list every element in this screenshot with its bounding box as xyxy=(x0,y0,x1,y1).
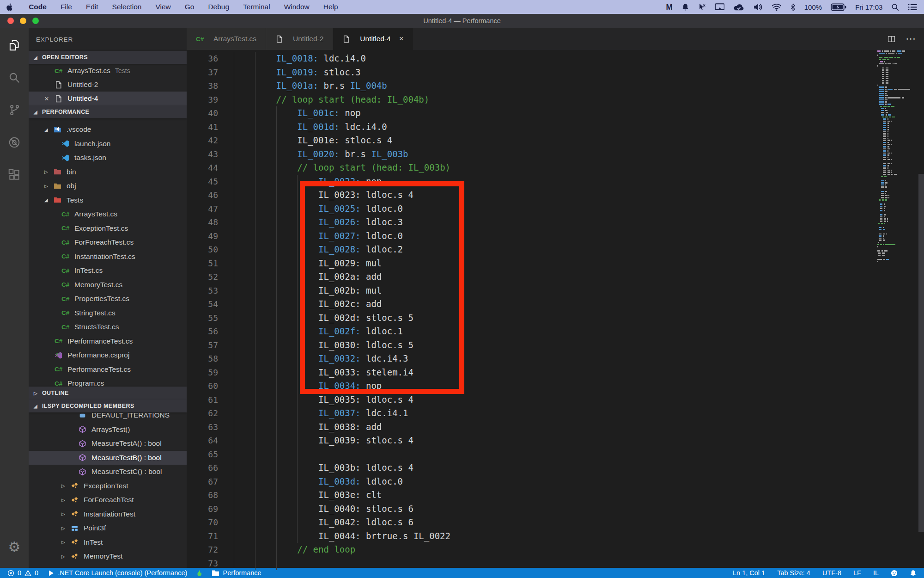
code-line-62[interactable]: 62IL_0037: ldc.i4.1 xyxy=(187,406,876,420)
problems-indicator[interactable]: 0 0 xyxy=(7,569,38,577)
tree-item-exceptiontest[interactable]: ▷ExceptionTest xyxy=(29,479,187,493)
tree-item-measuretestb-bool[interactable]: MeasureTestB() : bool xyxy=(29,451,187,465)
code-line-40[interactable]: 40IL_001c: nop xyxy=(187,106,876,120)
tab-arraystest-cs[interactable]: C#ArraysTest.cs xyxy=(187,28,266,50)
code-line-51[interactable]: 51IL_0029: mul xyxy=(187,257,876,271)
code-line-66[interactable]: 66IL_003b: ldloc.s 4 xyxy=(187,461,876,475)
menu-terminal[interactable]: Terminal xyxy=(243,3,270,11)
activity-debug-icon[interactable] xyxy=(0,129,29,155)
open-editor-untitled-4[interactable]: ×Untitled-4 xyxy=(29,92,187,105)
tree-item-stringtest-cs[interactable]: C#StringTest.cs xyxy=(29,306,187,320)
close-icon[interactable]: × xyxy=(399,34,404,43)
tree-item-forforeachtest-cs[interactable]: C#ForForeachTest.cs xyxy=(29,235,187,250)
split-editor-icon[interactable] xyxy=(888,35,895,43)
tab-untitled-2[interactable]: Untitled-2 xyxy=(266,28,333,50)
code-line-69[interactable]: 69IL_0040: stloc.s 6 xyxy=(187,502,876,516)
chevron-expanded-icon[interactable]: ◢ xyxy=(44,197,54,203)
code-line-57[interactable]: 57IL_0030: ldloc.s 5 xyxy=(187,338,876,352)
chevron-collapsed-icon[interactable]: ▷ xyxy=(44,184,54,189)
activity-extensions-icon[interactable] xyxy=(0,162,29,188)
tree-item-arraystest-[interactable]: ArraysTest() xyxy=(29,423,187,437)
chevron-collapsed-icon[interactable]: ▷ xyxy=(61,511,71,517)
feedback-smiley[interactable] xyxy=(891,570,898,577)
notifications-bell[interactable] xyxy=(910,570,917,577)
tree-item--vscode[interactable]: ◢.vscode xyxy=(29,123,187,137)
menu-window[interactable]: Window xyxy=(284,3,310,11)
cloud-icon[interactable] xyxy=(733,3,744,11)
tree-item-structstest-cs[interactable]: C#StructsTest.cs xyxy=(29,320,187,334)
tree-item-forforeachtest[interactable]: ▷ForForeachTest xyxy=(29,493,187,507)
code-editor[interactable]: 36IL_0018: ldc.i4.037IL_0019: stloc.338I… xyxy=(187,50,924,568)
chevron-collapsed-icon[interactable]: ▷ xyxy=(61,554,71,559)
tree-item-point3f[interactable]: ▷Point3f xyxy=(29,521,187,535)
tree-item-propertiestest-cs[interactable]: C#PropertiesTest.cs xyxy=(29,292,187,306)
activity-source-control-icon[interactable] xyxy=(0,97,29,123)
tree-item-measuretestc-bool[interactable]: MeasureTestC() : bool xyxy=(29,465,187,479)
code-line-53[interactable]: 53IL_002b: mul xyxy=(187,284,876,298)
code-line-68[interactable]: 68IL_003e: clt xyxy=(187,488,876,502)
section-outline[interactable]: ▷ OUTLINE xyxy=(29,387,187,400)
code-line-47[interactable]: 47IL_0025: ldloc.0 xyxy=(187,202,876,216)
tab-untitled-4[interactable]: Untitled-4× xyxy=(333,28,413,50)
code-line-42[interactable]: 42IL_001e: stloc.s 4 xyxy=(187,134,876,148)
tree-item-tests[interactable]: ◢Tests xyxy=(29,193,187,208)
chevron-expanded-icon[interactable]: ◢ xyxy=(44,127,54,132)
chevron-collapsed-icon[interactable]: ▷ xyxy=(61,526,71,531)
activity-files-icon[interactable] xyxy=(0,32,29,58)
section-open-editors[interactable]: ◢ OPEN EDITORS xyxy=(29,51,187,64)
workspace-indicator[interactable]: Performance xyxy=(212,569,261,577)
code-line-59[interactable]: 59IL_0033: stelem.i4 xyxy=(187,366,876,380)
close-icon[interactable]: × xyxy=(44,95,55,103)
code-line-45[interactable]: 45IL_0022: nop xyxy=(187,175,876,189)
menu-go[interactable]: Go xyxy=(185,3,195,11)
language-mode[interactable]: IL xyxy=(873,569,879,577)
menu-file[interactable]: File xyxy=(61,3,72,11)
tree-item-memorytest-cs[interactable]: C#MemoryTest.cs xyxy=(29,278,187,292)
editor-scrollbar[interactable] xyxy=(918,174,924,532)
chevron-collapsed-icon[interactable]: ▷ xyxy=(61,540,71,545)
flame-indicator[interactable] xyxy=(196,570,202,577)
tree-item-iperformancetest-cs[interactable]: C#IPerformanceTest.cs xyxy=(29,334,187,349)
apple-icon[interactable] xyxy=(6,3,13,11)
code-line-60[interactable]: 60IL_0034: nop xyxy=(187,379,876,393)
code-line-63[interactable]: 63IL_0038: add xyxy=(187,420,876,434)
code-line-70[interactable]: 70IL_0042: ldloc.s 6 xyxy=(187,516,876,529)
menu-code[interactable]: Code xyxy=(29,3,47,11)
tree-item-performancetest-cs[interactable]: C#PerformanceTest.cs xyxy=(29,363,187,377)
tree-item-instantiationtest-cs[interactable]: C#InstantiationTest.cs xyxy=(29,250,187,264)
code-line-38[interactable]: 38IL_001a: br.s IL_004b xyxy=(187,79,876,93)
window-controls[interactable] xyxy=(7,18,39,24)
bell-icon[interactable] xyxy=(681,3,689,11)
malwarebytes-icon[interactable]: M xyxy=(666,3,672,11)
code-line-64[interactable]: 64IL_0039: stloc.s 4 xyxy=(187,434,876,448)
tree-item-launch-json[interactable]: launch.json xyxy=(29,137,187,151)
encoding[interactable]: UTF-8 xyxy=(822,569,841,577)
code-line-54[interactable]: 54IL_002c: add xyxy=(187,297,876,311)
menu-selection[interactable]: Selection xyxy=(112,3,142,11)
open-editor-untitled-2[interactable]: Untitled-2 xyxy=(29,78,187,92)
menu-help[interactable]: Help xyxy=(323,3,338,11)
section-performance[interactable]: ◢ PERFORMANCE xyxy=(29,105,187,118)
list-icon[interactable] xyxy=(908,3,918,11)
settings-gear-icon[interactable]: ⚙ xyxy=(0,539,29,555)
section-ilspy-decompiled-members[interactable]: ◢ ILSPY DECOMPILED MEMBERS xyxy=(29,400,187,412)
window-title-bar[interactable]: Untitled-4 — Performance xyxy=(0,14,924,28)
tree-item-performance-csproj[interactable]: C#Performance.csproj xyxy=(29,348,187,363)
code-line-50[interactable]: 50IL_0028: ldloc.2 xyxy=(187,243,876,257)
chevron-collapsed-icon[interactable]: ▷ xyxy=(61,483,71,488)
code-line-39[interactable]: 39// loop start (head: IL_004b) xyxy=(187,93,876,107)
bluetooth-icon[interactable] xyxy=(790,3,796,11)
code-line-55[interactable]: 55IL_002d: stloc.s 5 xyxy=(187,311,876,325)
window-close-button[interactable] xyxy=(7,18,14,24)
eol-indicator[interactable]: LF xyxy=(853,569,861,577)
menu-edit[interactable]: Edit xyxy=(86,3,98,11)
code-line-52[interactable]: 52IL_002a: add xyxy=(187,270,876,284)
code-line-48[interactable]: 48IL_0026: ldloc.3 xyxy=(187,215,876,229)
code-line-65[interactable]: 65 xyxy=(187,448,876,461)
tree-item-measuretesta-bool[interactable]: MeasureTestA() : bool xyxy=(29,437,187,451)
chevron-collapsed-icon[interactable]: ▷ xyxy=(44,169,54,174)
display-icon[interactable] xyxy=(715,3,725,11)
open-editor-arraystest-cs[interactable]: C#ArraysTest.csTests xyxy=(29,64,187,78)
code-line-43[interactable]: 43IL_0020: br.s IL_003b xyxy=(187,148,876,161)
tab-size[interactable]: Tab Size: 4 xyxy=(777,569,810,577)
